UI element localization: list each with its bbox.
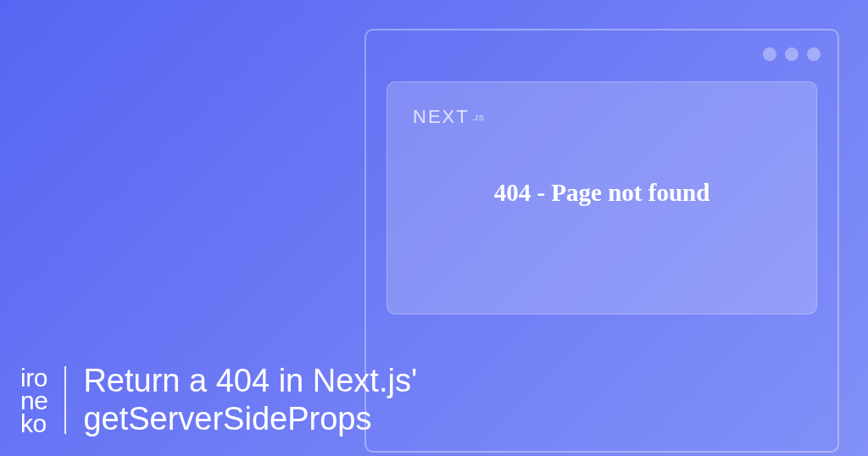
- ironeko-logo: iro ne ko: [20, 366, 47, 435]
- error-message: 404 - Page not found: [413, 179, 791, 207]
- nextjs-logo-suffix: .JS: [471, 114, 485, 122]
- nextjs-logo-text: NEXT: [413, 106, 470, 127]
- window-controls: [763, 47, 821, 61]
- divider: [64, 366, 66, 434]
- window-control-dot-icon: [785, 47, 798, 61]
- logo-line-1: iro: [20, 366, 47, 389]
- logo-line-2: ne: [20, 389, 47, 412]
- logo-line-3: ko: [20, 412, 47, 435]
- content-card: NEXT.JS 404 - Page not found: [387, 81, 817, 314]
- window-control-dot-icon: [807, 47, 821, 61]
- article-title: Return a 404 in Next.js' getServerSidePr…: [83, 362, 417, 439]
- footer: iro ne ko Return a 404 in Next.js' getSe…: [20, 362, 417, 439]
- browser-window-frame: NEXT.JS 404 - Page not found: [364, 29, 839, 453]
- window-control-dot-icon: [763, 47, 776, 61]
- title-line-1: Return a 404 in Next.js': [83, 362, 417, 401]
- nextjs-logo: NEXT.JS: [413, 106, 791, 128]
- title-line-2: getServerSideProps: [83, 400, 417, 439]
